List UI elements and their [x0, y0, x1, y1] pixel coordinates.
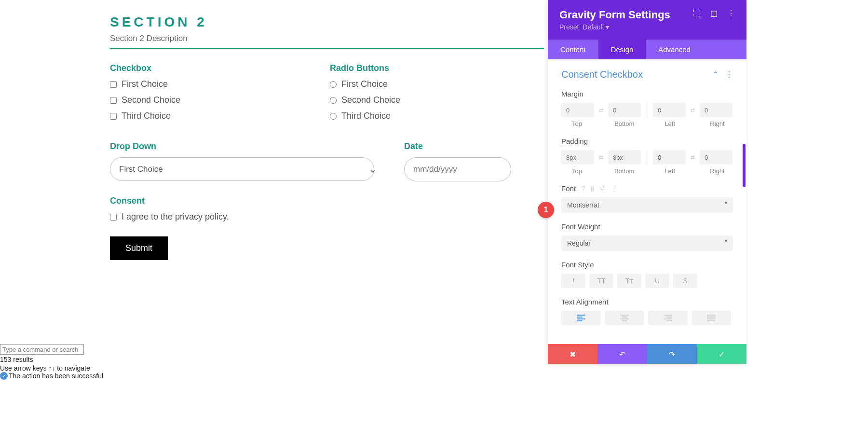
consent-checkbox[interactable]	[110, 214, 117, 221]
align-center-button[interactable]	[605, 311, 644, 325]
radio-input[interactable]	[330, 113, 337, 120]
margin-bottom-input[interactable]	[608, 103, 641, 117]
padding-right-label: Right	[702, 167, 733, 175]
padding-bottom-input[interactable]	[608, 150, 641, 165]
padding-right-input[interactable]	[700, 150, 732, 165]
help-icon[interactable]: ?	[582, 185, 585, 192]
font-weight-select[interactable]: Regular	[561, 235, 733, 251]
consent-text: I agree to the privacy policy.	[122, 212, 229, 222]
expand-icon[interactable]: ⛶	[693, 9, 701, 18]
section-divider	[110, 48, 544, 49]
align-right-button[interactable]	[648, 311, 688, 325]
link-icon[interactable]: ⇄	[599, 107, 603, 113]
checkbox-label: Checkbox	[110, 63, 311, 73]
checkbox-text: First Choice	[122, 79, 168, 89]
checkbox-option[interactable]: Third Choice	[110, 111, 311, 121]
accordion-title[interactable]: Consent Checkbox	[561, 69, 643, 80]
font-label: Font	[561, 184, 576, 193]
reset-icon[interactable]: ↺	[600, 185, 605, 192]
margin-right-input[interactable]	[700, 103, 732, 117]
padding-top-input[interactable]	[561, 150, 594, 165]
font-weight-label: Font Weight	[561, 222, 733, 231]
date-label: Date	[404, 141, 515, 152]
padding-left-input[interactable]	[653, 150, 686, 165]
panel-title: Gravity Form Settings	[559, 9, 670, 21]
margin-label: Margin	[561, 90, 733, 98]
smallcaps-button[interactable]: Tᴛ	[617, 274, 641, 288]
checkbox-option[interactable]: Second Choice	[110, 95, 311, 105]
radio-label: Radio Buttons	[330, 63, 530, 73]
success-message: The action has been successful	[9, 372, 103, 380]
padding-top-label: Top	[561, 167, 593, 175]
padding-left-label: Left	[654, 167, 686, 175]
margin-right-label: Right	[702, 120, 733, 127]
radio-text: First Choice	[341, 79, 388, 89]
date-input[interactable]	[404, 157, 511, 181]
margin-bottom-label: Bottom	[609, 120, 640, 127]
checkbox-text: Second Choice	[122, 95, 180, 105]
panel-preset[interactable]: Preset: Default ▾	[559, 23, 670, 31]
redo-button[interactable]: ↷	[647, 344, 697, 364]
tab-design[interactable]: Design	[598, 40, 646, 59]
radio-text: Second Choice	[341, 95, 400, 105]
checkbox-input[interactable]	[110, 97, 117, 104]
margin-left-label: Left	[654, 120, 686, 127]
divider	[647, 150, 647, 165]
text-align-label: Text Alignment	[561, 298, 733, 306]
align-left-button[interactable]	[561, 311, 601, 325]
section-description: Section 2 Description	[110, 34, 530, 43]
checkbox-text: Third Choice	[122, 111, 171, 121]
undo-button[interactable]: ↶	[597, 344, 647, 364]
consent-option[interactable]: I agree to the privacy policy.	[110, 212, 385, 222]
link-icon[interactable]: ⇄	[691, 154, 695, 161]
section-title: SECTION 2	[110, 14, 530, 30]
padding-label: Padding	[561, 137, 733, 145]
link-icon[interactable]: ⇄	[691, 107, 695, 113]
align-justify-button[interactable]	[692, 311, 731, 325]
font-style-label: Font Style	[561, 261, 733, 269]
submit-button[interactable]: Submit	[110, 236, 168, 260]
cancel-button[interactable]: ✖	[548, 344, 597, 364]
checkbox-input[interactable]	[110, 113, 117, 120]
scrollbar-thumb[interactable]	[743, 144, 746, 187]
accordion-menu-icon[interactable]: ⋮	[725, 70, 733, 79]
sidebar-toggle-icon[interactable]: ◫	[710, 9, 718, 18]
divider	[647, 103, 647, 117]
italic-button[interactable]: I	[561, 274, 585, 288]
consent-label: Consent	[110, 196, 385, 206]
margin-top-label: Top	[561, 120, 593, 127]
save-button[interactable]: ✓	[697, 344, 746, 364]
margin-top-input[interactable]	[561, 103, 594, 117]
radio-input[interactable]	[330, 97, 337, 104]
tab-advanced[interactable]: Advanced	[646, 40, 703, 59]
underline-button[interactable]: U	[645, 274, 669, 288]
radio-option[interactable]: First Choice	[330, 79, 530, 89]
tab-content[interactable]: Content	[548, 40, 598, 59]
panel-header: Gravity Form Settings Preset: Default ▾ …	[548, 0, 746, 40]
marker-badge: 1	[538, 202, 554, 218]
command-input[interactable]	[0, 344, 84, 355]
check-icon: ✓	[0, 372, 8, 380]
settings-panel: Gravity Form Settings Preset: Default ▾ …	[548, 0, 746, 364]
radio-option[interactable]: Third Choice	[330, 111, 530, 121]
more-icon[interactable]: ⋮	[611, 185, 617, 192]
device-icon[interactable]: ▯	[591, 185, 594, 192]
results-count: 153 results	[0, 356, 103, 363]
radio-text: Third Choice	[341, 111, 391, 121]
dropdown-label: Drop Down	[110, 141, 385, 152]
menu-icon[interactable]: ⋮	[727, 9, 735, 18]
dropdown-select[interactable]: First Choice	[110, 157, 374, 181]
margin-left-input[interactable]	[653, 103, 686, 117]
radio-option[interactable]: Second Choice	[330, 95, 530, 105]
nav-hint: Use arrow keys ↑↓ to navigate	[0, 364, 103, 372]
checkbox-input[interactable]	[110, 81, 117, 88]
link-icon[interactable]: ⇄	[599, 154, 603, 161]
checkbox-option[interactable]: First Choice	[110, 79, 311, 89]
padding-bottom-label: Bottom	[609, 167, 640, 175]
radio-input[interactable]	[330, 81, 337, 88]
strikethrough-button[interactable]: S	[673, 274, 697, 288]
collapse-icon[interactable]: ⌃	[712, 70, 719, 79]
font-select[interactable]: Montserrat	[561, 197, 733, 213]
uppercase-button[interactable]: TT	[589, 274, 613, 288]
